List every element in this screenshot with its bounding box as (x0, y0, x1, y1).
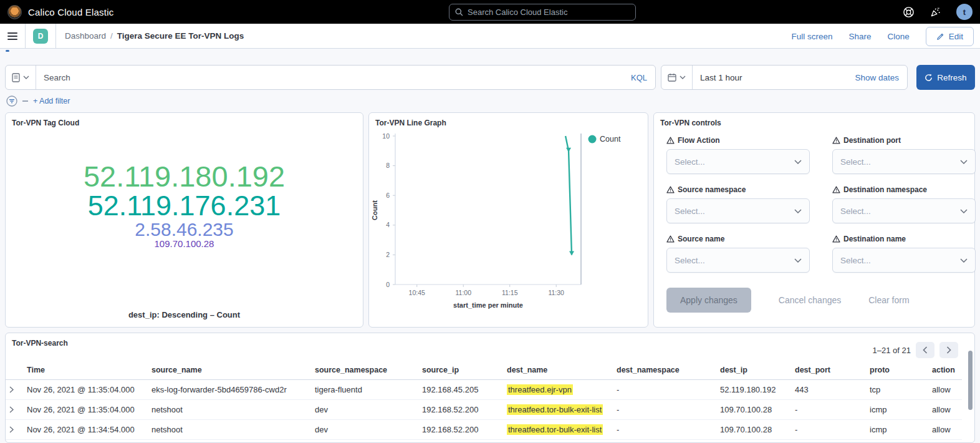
svg-text:2: 2 (386, 251, 390, 258)
pagination-prev-button[interactable] (916, 342, 934, 358)
warning-triangle-icon (832, 186, 840, 193)
clone-button[interactable]: Clone (887, 32, 909, 41)
control-select[interactable]: Select... (666, 198, 810, 223)
edit-button[interactable]: Edit (926, 27, 974, 46)
pagination-next-button[interactable] (939, 342, 958, 358)
control-select[interactable]: Select... (832, 149, 976, 174)
svg-text:10: 10 (382, 132, 390, 140)
control-field-label: Source namespace (678, 185, 746, 194)
full-screen-button[interactable]: Full screen (791, 32, 832, 41)
apply-changes-button[interactable]: Apply changes (666, 288, 751, 313)
query-search-bar[interactable]: Search KQL (5, 65, 656, 90)
control-field-label: Flow Action (678, 136, 720, 145)
chevron-down-icon (794, 258, 802, 263)
query-input-placeholder[interactable]: Search (36, 73, 631, 82)
warning-triangle-icon (666, 186, 675, 193)
table-cell: threatfeed.tor-bulk-exit-list (503, 420, 613, 440)
calendar-icon (668, 73, 676, 82)
row-expander-chevron-icon[interactable] (6, 380, 23, 400)
calendar-menu-button[interactable] (661, 66, 693, 89)
add-filter-button[interactable]: + Add filter (33, 97, 70, 105)
hamburger-menu-icon[interactable] (7, 32, 17, 40)
table-cell: 443 (791, 380, 866, 400)
panel-search-table: Tor-VPN-search 1–21 of 21 Timesource_nam… (5, 333, 975, 443)
global-search-input[interactable]: Search Calico Cloud Elastic (449, 4, 636, 21)
calico-logo-icon (7, 5, 22, 19)
global-search-placeholder: Search Calico Cloud Elastic (468, 7, 567, 17)
control-select-placeholder: Select... (675, 256, 794, 265)
refresh-button[interactable]: Refresh (916, 65, 975, 90)
column-header: source_namespace (311, 361, 418, 380)
table-scrollbar-thumb[interactable] (968, 351, 973, 410)
chevron-down-icon (794, 209, 802, 213)
svg-text:8: 8 (386, 162, 390, 169)
svg-text:11:30: 11:30 (548, 289, 564, 296)
table-cell: 109.70.100.28 (716, 420, 791, 440)
column-header: Time (23, 361, 148, 380)
control-select[interactable]: Select... (666, 248, 810, 273)
warning-triangle-icon (666, 137, 675, 144)
nav-menu-toggle[interactable] (0, 24, 26, 49)
table-cell: Nov 26, 2021 @ 11:35:04.000 (23, 400, 148, 420)
row-expander-chevron-icon[interactable] (6, 420, 23, 440)
column-header: source_ip (418, 361, 503, 380)
table-cell: 192.168.45.205 (418, 380, 503, 400)
warning-triangle-icon (666, 235, 675, 243)
control-field: Destination nameSelect... (832, 235, 976, 273)
control-select[interactable]: Select... (666, 149, 810, 174)
control-select-placeholder: Select... (675, 207, 794, 216)
table-cell: allow (928, 400, 962, 420)
breadcrumb-dashboard-link[interactable]: Dashboard (65, 31, 106, 41)
table-cell: Nov 26, 2021 @ 11:34:54.000 (23, 420, 148, 440)
table-scrollbar[interactable] (968, 351, 973, 438)
time-range-picker[interactable]: Last 1 hour Show dates (661, 65, 908, 90)
clear-form-button[interactable]: Clear form (868, 295, 909, 305)
control-select[interactable]: Select... (832, 248, 976, 273)
column-header: proto (866, 361, 928, 380)
warning-triangle-icon (832, 137, 840, 144)
chevron-down-icon (960, 160, 968, 164)
table-cell: icmp (866, 420, 928, 440)
table-cell: allow (928, 420, 962, 440)
control-select-placeholder: Select... (840, 207, 960, 216)
chevron-down-icon (960, 209, 968, 213)
time-range-value[interactable]: Last 1 hour (693, 73, 855, 82)
tag-cloud-word[interactable]: 52.119.176.231 (88, 192, 281, 220)
filter-funnel-icon[interactable] (6, 95, 17, 107)
svg-text:start_time per minute: start_time per minute (453, 301, 523, 309)
control-field-label: Destination namespace (843, 185, 927, 194)
kql-language-button[interactable]: KQL (631, 73, 655, 82)
column-header: dest_ip (716, 361, 791, 380)
help-life-ring-icon[interactable] (903, 6, 915, 18)
control-select-placeholder: Select... (840, 157, 960, 167)
column-header: dest_namespace (613, 361, 716, 380)
share-button[interactable]: Share (848, 32, 871, 41)
panel-search-table-title: Tor-VPN-search (6, 333, 74, 348)
column-header: dest_port (791, 361, 866, 380)
table-cell: netshoot (148, 400, 311, 420)
table-row: Nov 26, 2021 @ 11:35:04.000netshootdev19… (6, 400, 962, 420)
row-expander-chevron-icon[interactable] (6, 400, 23, 420)
tag-cloud-word[interactable]: 2.58.46.235 (135, 220, 233, 240)
dashboard-app-badge[interactable]: D (33, 29, 48, 44)
table-cell: threatfeed.tor-bulk-exit-list (503, 400, 613, 420)
tag-cloud-word[interactable]: 109.70.100.28 (155, 239, 214, 248)
table-cell: threatfeed.ejr-vpn (503, 380, 613, 400)
chevron-down-icon (960, 258, 968, 263)
table-cell: 109.70.100.28 (716, 400, 791, 420)
newsfeed-party-popper-icon[interactable] (930, 6, 941, 18)
tag-cloud-word[interactable]: 52.119.180.192 (84, 162, 285, 192)
chevron-down-icon (794, 160, 802, 164)
show-dates-button[interactable]: Show dates (855, 73, 907, 82)
column-header: dest_name (503, 361, 613, 380)
table-header-row: Timesource_namesource_namespacesource_ip… (6, 361, 962, 380)
column-header: action (928, 361, 962, 380)
user-avatar[interactable]: t (956, 4, 973, 20)
table-cell: dev (311, 400, 418, 420)
control-select[interactable]: Select... (832, 198, 976, 223)
scroll-progress-indicator (6, 50, 9, 52)
dashboard-app-badge-seg: D (26, 24, 56, 49)
saved-query-menu-button[interactable] (6, 66, 36, 89)
legend-label: Count (600, 135, 621, 144)
cancel-changes-button[interactable]: Cancel changes (779, 295, 841, 305)
